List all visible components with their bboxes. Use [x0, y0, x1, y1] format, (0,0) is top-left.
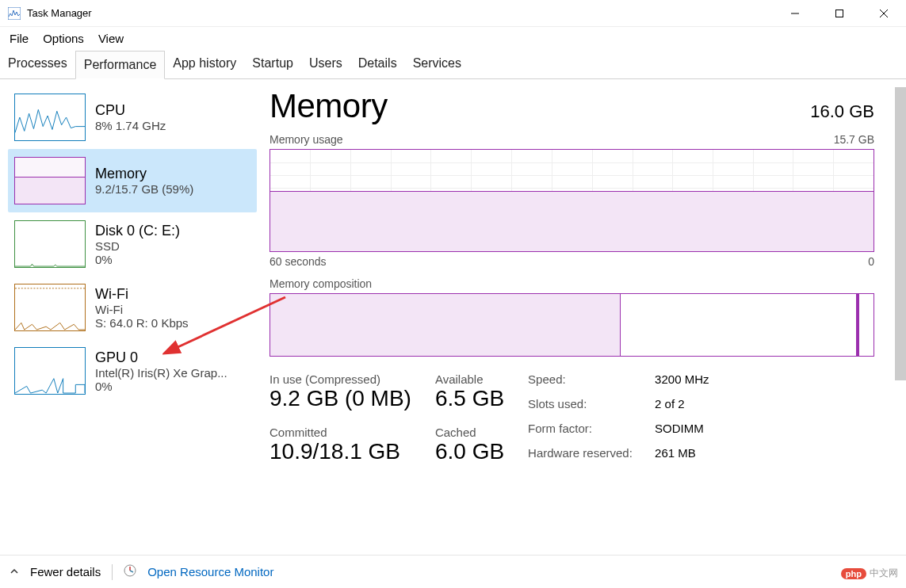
- slots-value: 2 of 2: [655, 397, 758, 415]
- sidebar-label-gpu: GPU 0: [95, 349, 227, 366]
- menu-options[interactable]: Options: [43, 32, 84, 45]
- sidebar-sub-wifi-1: Wi-Fi: [95, 303, 189, 316]
- content-area: CPU 8% 1.74 GHz Memory 9.2/15.7 GB (59%)…: [0, 79, 906, 539]
- form-value: SODIMM: [655, 422, 758, 440]
- page-title: Memory: [270, 87, 388, 125]
- footer-bar: Fewer details Open Resource Monitor: [0, 555, 906, 588]
- sidebar-label-cpu: CPU: [95, 102, 166, 119]
- memory-composition-chart[interactable]: [270, 293, 874, 357]
- speed-key: Speed:: [528, 372, 655, 391]
- tab-users[interactable]: Users: [301, 50, 350, 78]
- sidebar-label-wifi: Wi-Fi: [95, 286, 189, 303]
- fewer-details-link[interactable]: Fewer details: [30, 565, 101, 578]
- slots-key: Slots used:: [528, 397, 655, 415]
- composition-label: Memory composition: [270, 277, 874, 290]
- tab-details[interactable]: Details: [350, 50, 405, 78]
- sidebar-label-memory: Memory: [95, 166, 193, 182]
- inuse-label: In use (Compressed): [270, 372, 411, 386]
- sidebar-sub-memory: 9.2/15.7 GB (59%): [95, 182, 193, 196]
- memory-sparkline: [14, 157, 86, 204]
- cached-value: 6.0 GB: [435, 439, 504, 464]
- cached-label: Cached: [435, 426, 504, 439]
- sidebar-label-disk: Disk 0 (C: E:): [95, 223, 180, 239]
- maximize-button[interactable]: [817, 0, 862, 27]
- disk-sparkline: [14, 220, 86, 268]
- tab-bar: Processes Performance App history Startu…: [0, 50, 906, 79]
- sidebar-sub-disk-2: 0%: [95, 253, 180, 266]
- memory-properties: Speed: 3200 MHz Slots used: 2 of 2 Form …: [528, 372, 758, 464]
- available-label: Available: [435, 372, 504, 386]
- footer-separator: [112, 564, 113, 580]
- sidebar-item-gpu[interactable]: GPU 0 Intel(R) Iris(R) Xe Grap... 0%: [8, 339, 257, 403]
- committed-value: 10.9/18.1 GB: [270, 439, 411, 464]
- cpu-sparkline: [14, 94, 86, 141]
- sidebar-sub-wifi-2: S: 64.0 R: 0 Kbps: [95, 316, 189, 330]
- performance-sidebar: CPU 8% 1.74 GHz Memory 9.2/15.7 GB (59%)…: [0, 79, 262, 539]
- main-panel: Memory 16.0 GB Memory usage 15.7 GB 60 s…: [262, 79, 906, 539]
- menu-view[interactable]: View: [98, 32, 124, 45]
- sidebar-sub-cpu: 8% 1.74 GHz: [95, 119, 166, 132]
- form-key: Form factor:: [528, 422, 655, 440]
- sidebar-sub-gpu-2: 0%: [95, 380, 227, 393]
- available-value: 6.5 GB: [435, 386, 504, 411]
- memory-usage-chart[interactable]: [270, 149, 874, 252]
- minimize-button[interactable]: [773, 0, 817, 27]
- svg-rect-2: [836, 10, 843, 17]
- close-button[interactable]: [862, 0, 906, 27]
- app-icon: [8, 7, 21, 20]
- menu-file[interactable]: File: [10, 32, 29, 45]
- window-title: Task Manager: [27, 7, 92, 19]
- tab-performance[interactable]: Performance: [75, 51, 166, 79]
- usage-axis-right: 0: [868, 255, 874, 268]
- tab-processes[interactable]: Processes: [0, 50, 75, 78]
- sidebar-sub-gpu-1: Intel(R) Iris(R) Xe Grap...: [95, 366, 227, 380]
- inuse-value: 9.2 GB (0 MB): [270, 386, 411, 411]
- tab-app-history[interactable]: App history: [165, 50, 244, 78]
- usage-chart-max: 15.7 GB: [834, 133, 874, 146]
- memory-capacity: 16.0 GB: [810, 101, 874, 122]
- vertical-scrollbar[interactable]: [895, 87, 906, 380]
- resource-monitor-icon: [124, 564, 136, 579]
- usage-axis-left: 60 seconds: [270, 255, 327, 268]
- committed-label: Committed: [270, 426, 411, 439]
- watermark: php中文网: [841, 567, 898, 580]
- memory-stats: In use (Compressed) 9.2 GB (0 MB) Commit…: [270, 372, 874, 464]
- chevron-up-icon[interactable]: [10, 565, 19, 578]
- wifi-sparkline: [14, 284, 86, 331]
- sidebar-item-disk[interactable]: Disk 0 (C: E:) SSD 0%: [8, 212, 257, 276]
- open-resource-monitor-link[interactable]: Open Resource Monitor: [147, 565, 273, 578]
- hwres-key: Hardware reserved:: [528, 446, 655, 464]
- sidebar-item-cpu[interactable]: CPU 8% 1.74 GHz: [8, 86, 257, 149]
- title-bar: Task Manager: [0, 0, 906, 27]
- sidebar-item-memory[interactable]: Memory 9.2/15.7 GB (59%): [8, 149, 257, 212]
- sidebar-item-wifi[interactable]: Wi-Fi Wi-Fi S: 64.0 R: 0 Kbps: [8, 276, 257, 339]
- svg-line-9: [130, 571, 133, 572]
- gpu-sparkline: [14, 347, 86, 395]
- tab-services[interactable]: Services: [405, 50, 469, 78]
- tab-startup[interactable]: Startup: [244, 50, 301, 78]
- usage-chart-label: Memory usage: [270, 133, 343, 146]
- menu-bar: File Options View: [0, 27, 906, 50]
- speed-value: 3200 MHz: [655, 372, 758, 391]
- sidebar-sub-disk-1: SSD: [95, 239, 180, 253]
- hwres-value: 261 MB: [655, 446, 758, 464]
